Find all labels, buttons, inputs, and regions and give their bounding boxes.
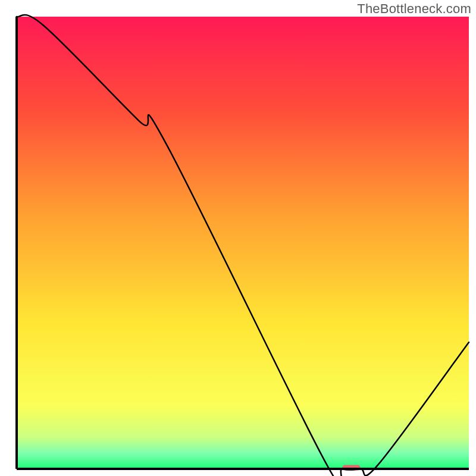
plot-area bbox=[17, 15, 469, 476]
bottleneck-chart bbox=[0, 0, 476, 476]
watermark-text: TheBottleneck.com bbox=[357, 1, 471, 17]
gradient-background bbox=[17, 17, 469, 469]
chart-container: TheBottleneck.com bbox=[0, 0, 476, 476]
